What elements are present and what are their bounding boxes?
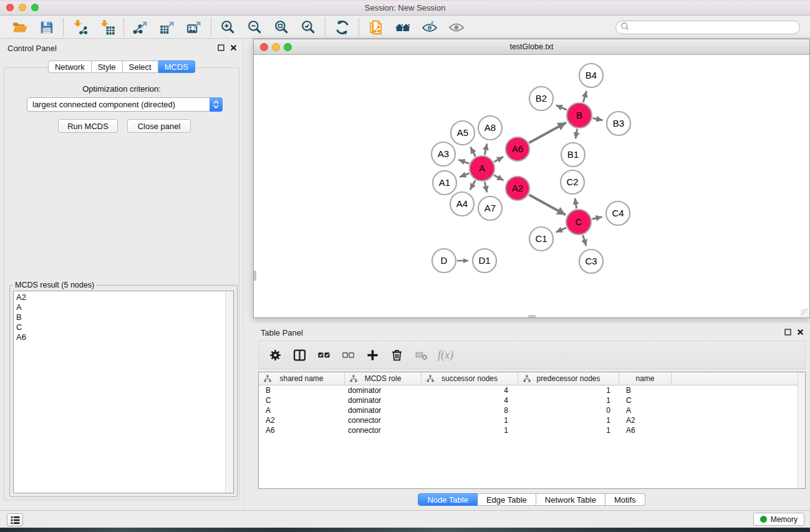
zoom-selected-icon[interactable] — [295, 17, 322, 37]
table-row[interactable]: A2connector11A2 — [259, 415, 805, 425]
graph-edge-C-C1[interactable] — [556, 228, 566, 232]
table-row[interactable]: Bdominator41B — [259, 385, 805, 395]
table-row[interactable]: Adominator80A — [259, 405, 805, 415]
run-mcds-button[interactable]: Run MCDS — [58, 119, 118, 133]
open-file-icon[interactable] — [6, 17, 33, 37]
tab-motifs[interactable]: Motifs — [605, 493, 645, 506]
column-header-successor-nodes[interactable]: successor nodes — [422, 372, 518, 385]
memory-button[interactable]: Memory — [753, 513, 804, 526]
delete-row-icon[interactable] — [389, 347, 404, 362]
search-input[interactable] — [629, 22, 795, 32]
tab-network[interactable]: Network — [48, 60, 92, 73]
resize-grip[interactable] — [801, 309, 809, 317]
select-all-icon[interactable] — [316, 347, 331, 362]
save-session-icon[interactable] — [33, 17, 60, 37]
tab-edge-table[interactable]: Edge Table — [478, 493, 536, 506]
network-close-button[interactable] — [260, 43, 268, 51]
graph-edge-C-C4[interactable] — [592, 217, 602, 220]
column-header-predecessor-nodes[interactable]: predecessor nodes — [518, 372, 619, 385]
export-table-icon[interactable] — [154, 17, 181, 37]
graph-edge-B-B2[interactable] — [556, 105, 567, 110]
network-minimize-button[interactable] — [272, 43, 280, 51]
graph-node-C1[interactable]: C1 — [529, 227, 553, 251]
graph-edge-A-A8[interactable] — [485, 143, 487, 155]
tab-node-table[interactable]: Node Table — [418, 493, 478, 506]
graph-node-A3[interactable]: A3 — [432, 142, 455, 166]
tab-network-table[interactable]: Network Table — [536, 493, 605, 506]
import-network-icon[interactable] — [67, 17, 94, 37]
graph-node-C2[interactable]: C2 — [561, 170, 584, 194]
graph-node-A8[interactable]: A8 — [478, 116, 502, 140]
close-table-panel-icon[interactable] — [797, 329, 804, 336]
graph-node-C3[interactable]: C3 — [579, 249, 603, 273]
graph-edge-B-B3[interactable] — [593, 118, 603, 120]
add-row-icon[interactable] — [365, 347, 380, 362]
graph-edge-A2-C[interactable] — [529, 195, 566, 215]
graph-node-A1[interactable]: A1 — [433, 171, 456, 195]
result-item[interactable]: B — [16, 312, 231, 322]
result-list-scrollbar[interactable] — [225, 291, 233, 493]
graph-node-A7[interactable]: A7 — [478, 196, 502, 220]
column-header-shared-name[interactable]: shared name — [259, 372, 345, 385]
tab-mcds[interactable]: MCDS — [158, 60, 195, 73]
graph-edge-A-A3[interactable] — [458, 160, 469, 163]
canvas-vscroll-thumb[interactable] — [254, 271, 256, 281]
search-box[interactable] — [615, 21, 800, 34]
graph-node-C[interactable]: C — [566, 210, 591, 235]
column-header-name[interactable]: name — [619, 372, 672, 385]
graph-node-B2[interactable]: B2 — [529, 87, 553, 110]
result-item[interactable]: A6 — [16, 332, 231, 342]
graph-edge-B-B1[interactable] — [576, 129, 577, 139]
close-window-button[interactable] — [6, 4, 14, 11]
graph-node-D1[interactable]: D1 — [473, 249, 496, 273]
minimize-window-button[interactable] — [19, 4, 26, 11]
graph-edge-A-A6[interactable] — [494, 157, 503, 162]
result-item[interactable]: C — [16, 322, 231, 332]
graph-edge-C-C2[interactable] — [575, 198, 577, 209]
tab-style[interactable]: Style — [92, 60, 123, 73]
settings-icon[interactable] — [268, 347, 282, 362]
import-table-icon[interactable] — [94, 17, 120, 37]
graph-edge-A-A4[interactable] — [470, 180, 476, 190]
graph-edge-B-B4[interactable] — [583, 91, 586, 102]
task-history-button[interactable] — [7, 513, 23, 526]
refresh-layout-icon[interactable] — [329, 17, 355, 37]
graph-edge-A-A2[interactable] — [494, 175, 503, 181]
canvas-hscroll-thumb[interactable] — [528, 315, 536, 317]
graph-node-C4[interactable]: C4 — [606, 201, 630, 225]
optimization-criterion-select[interactable]: largest connected component (directed) — [27, 97, 223, 112]
network-maximize-button[interactable] — [284, 43, 292, 51]
graph-node-A[interactable]: A — [470, 156, 494, 181]
float-table-panel-icon[interactable] — [784, 329, 791, 336]
column-header-MCDS-role[interactable]: MCDS role — [345, 372, 422, 385]
graph-node-B[interactable]: B — [567, 103, 592, 128]
graph-edge-C-C3[interactable] — [583, 235, 586, 246]
graph-node-B1[interactable]: B1 — [561, 143, 585, 167]
zoom-fit-icon[interactable] — [268, 17, 295, 37]
network-canvas[interactable]: AA1A2A3A4A5A6A7A8BB1B2B3B4CC1C2C3C4DD1 — [254, 56, 809, 317]
export-network-icon[interactable] — [127, 17, 154, 37]
graph-node-D[interactable]: D — [432, 249, 456, 273]
graph-edge-A-A7[interactable] — [485, 182, 486, 193]
hide-selected-icon[interactable] — [416, 17, 443, 37]
split-view-icon[interactable] — [292, 347, 307, 362]
result-item[interactable]: A2 — [16, 293, 231, 302]
graph-node-B4[interactable]: B4 — [579, 64, 603, 87]
show-all-icon[interactable] — [443, 17, 470, 37]
table-row[interactable]: Cdominator41C — [259, 395, 805, 405]
graph-edge-A-A5[interactable] — [470, 147, 475, 157]
tab-select[interactable]: Select — [123, 60, 158, 73]
close-panel-button[interactable]: Close panel — [127, 119, 191, 133]
zoom-in-icon[interactable] — [215, 17, 241, 37]
graph-node-A5[interactable]: A5 — [451, 121, 475, 145]
deselect-all-icon[interactable] — [340, 347, 355, 362]
zoom-out-icon[interactable] — [241, 17, 268, 37]
float-panel-icon[interactable] — [218, 44, 224, 51]
graph-node-A2[interactable]: A2 — [506, 177, 529, 200]
result-item[interactable]: A — [16, 302, 231, 312]
close-panel-icon[interactable] — [230, 44, 237, 51]
graph-edge-A6-B[interactable] — [529, 122, 566, 142]
graph-node-A4[interactable]: A4 — [450, 192, 474, 216]
new-network-from-selection-icon[interactable] — [362, 17, 389, 37]
table-row[interactable]: A6connector11A6 — [259, 425, 805, 435]
